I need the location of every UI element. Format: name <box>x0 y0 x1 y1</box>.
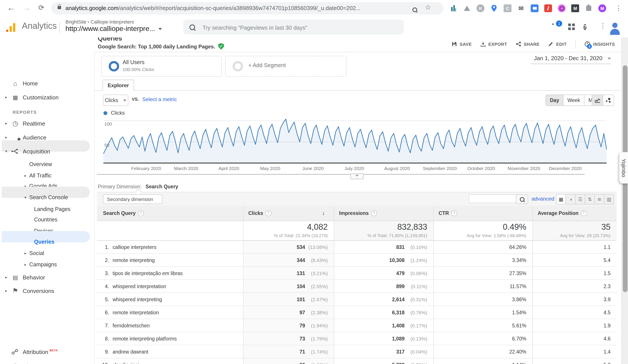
help-circle-icon[interactable]: ? <box>371 210 377 216</box>
column-header-ctr[interactable]: CTR? <box>439 206 457 221</box>
help-circle-icon[interactable]: ? <box>581 210 587 216</box>
export-button[interactable]: EXPORT <box>480 41 507 47</box>
m-dark-icon[interactable]: M <box>571 4 579 12</box>
property-selector[interactable]: http://www.calliope-interpre... <box>66 25 162 33</box>
column-header-average-position[interactable]: Average Position? <box>538 206 587 221</box>
collapse-arrow-icon[interactable]: ▾ <box>5 149 10 153</box>
expand-arrow-icon[interactable]: ▸ <box>5 289 10 293</box>
select-metric-link[interactable]: Select a metric <box>142 96 177 102</box>
sidebar-item-home[interactable]: ⌂ Home <box>0 78 94 88</box>
expand-arrow-icon[interactable]: ▸ <box>5 95 10 99</box>
expand-arrow-icon[interactable]: ▸ <box>5 275 10 279</box>
sidebar-item-acquisition[interactable]: ▾ Acquisition <box>0 146 94 157</box>
add-segment-button[interactable]: + Add Segment <box>225 56 346 77</box>
column-header-impressions[interactable]: Impressions? <box>339 206 377 221</box>
help-circle-icon[interactable]: ? <box>451 210 457 216</box>
puzzle-icon[interactable] <box>585 4 593 12</box>
sidebar-item-behavior[interactable]: ▸ ▤ Behavior <box>0 272 94 283</box>
help-circle-icon[interactable]: ? <box>138 210 144 216</box>
table-row[interactable]: 3. tipos de interpretação em libras 131 … <box>97 267 617 280</box>
table-row[interactable]: 1. calliope interpreters 534 (13.08%) 83… <box>97 241 617 254</box>
sidebar-item-overview[interactable]: Overview <box>0 159 94 170</box>
maps-pin-icon[interactable] <box>490 4 498 12</box>
chart-collapse-button[interactable] <box>350 174 364 179</box>
column-header-clicks[interactable]: Clicks? <box>248 206 271 221</box>
address-bar[interactable]: analytics.google.com/analytics/web/#/rep… <box>51 2 443 14</box>
yojimbo-drawer-tab[interactable]: Yojimbo <box>619 152 628 183</box>
save-button[interactable]: SAVE <box>452 41 471 47</box>
lighthouse-red-icon[interactable] <box>544 4 552 12</box>
view-comparison-icon[interactable]: ⇅ <box>585 194 594 204</box>
mail-icon[interactable]: ✉ <box>517 4 525 12</box>
granularity-week-button[interactable]: Week <box>563 95 584 106</box>
table-row[interactable]: 7. ferndolmetschen 79 (1.94%) 1,408 (0.1… <box>97 319 617 332</box>
view-table-icon[interactable]: ▦ <box>556 194 566 204</box>
drive-triangle-icon[interactable] <box>463 4 471 12</box>
tab-explorer[interactable]: Explorer <box>103 80 134 91</box>
clicks-line-chart[interactable]: 50100February 2020March 2020April 2020Ma… <box>97 116 617 176</box>
table-row[interactable]: 9. andrew dawrant 71 (1.74%) 317 (0.04%)… <box>97 345 617 358</box>
browser-menu-icon[interactable]: ⋮ <box>615 3 622 13</box>
view-term-cloud-icon[interactable]: ≋ <box>594 194 604 204</box>
sidebar-item-campaigns[interactable]: ▸ Campaigns <box>0 259 94 270</box>
metric-select[interactable]: Clicks <box>103 95 128 106</box>
sidebar-item-queries[interactable]: Queries <box>0 237 94 247</box>
expand-arrow-icon[interactable]: ▸ <box>5 121 10 125</box>
power-pink-icon[interactable] <box>558 4 566 12</box>
sort-descending-icon[interactable]: ↓ <box>322 206 325 221</box>
breadcrumb[interactable]: BrightSite › Calliope-Interpreters <box>66 19 134 24</box>
refresh-icon[interactable]: ⟳ <box>38 3 44 13</box>
line-chart-icon[interactable] <box>592 95 603 106</box>
table-row[interactable]: 10. claudia ricci 66 (1.62%) 5,798 (0.70… <box>97 358 617 364</box>
table-search-input[interactable] <box>469 194 518 203</box>
table-row[interactable]: 4. whispered interpretation 104 (2.55%) … <box>97 280 617 293</box>
segment-all-users[interactable]: All Users 100.00% Clicks <box>101 56 222 77</box>
back-icon[interactable]: ← <box>7 3 15 13</box>
breadcrumb-property[interactable]: Calliope-Interpreters <box>90 19 134 24</box>
table-row[interactable]: 5. whispered interpreting 101 (2.47%) 2,… <box>97 293 617 306</box>
column-header-search-query[interactable]: Search Query? <box>103 206 144 221</box>
primary-dimension-value[interactable]: Search Query <box>146 184 178 189</box>
date-range-selector[interactable]: Jan 1, 2020 - Dec 31, 2020 <box>531 55 611 64</box>
global-search[interactable] <box>183 20 404 34</box>
sidebar-item-realtime[interactable]: ▸ ◷ Realtime <box>0 118 94 129</box>
zoom-out-icon[interactable] <box>412 6 417 14</box>
vertical-scrollbar[interactable] <box>622 38 628 364</box>
more-options-icon[interactable]: ⋮ <box>600 22 606 30</box>
sidebar-item-conversions[interactable]: ▸ ⚑ Conversions <box>0 286 94 296</box>
k-circle-icon[interactable]: K <box>476 4 484 12</box>
expand-arrow-icon[interactable]: ▸ <box>24 174 26 178</box>
sidebar-item-search-console[interactable]: ▾ Search Console <box>0 192 94 203</box>
view-performance-icon[interactable]: ☰ <box>575 194 585 204</box>
collapse-arrow-icon[interactable]: ▾ <box>24 195 26 200</box>
secondary-dimension-button[interactable]: Secondary dimension <box>103 194 162 204</box>
table-row[interactable]: 6. remote interpretation 97 (2.38%) 6,31… <box>97 306 617 319</box>
edit-button[interactable]: EDIT <box>548 41 567 47</box>
table-row[interactable]: 8. remote interpreting platforms 73 (1.7… <box>97 332 617 345</box>
table-row[interactable]: 2. remote interpreting 344 (8.43%) 10,30… <box>97 254 617 267</box>
share-button[interactable]: SHARE <box>516 41 540 47</box>
card-blue-icon[interactable] <box>531 4 539 12</box>
expand-arrow-icon[interactable]: ▸ <box>24 251 26 255</box>
url-text[interactable]: analytics.google.com/analytics/web/#/rep… <box>66 2 361 14</box>
forward-icon[interactable]: → <box>23 3 31 13</box>
analytics-bars-icon[interactable] <box>450 4 457 12</box>
help-icon[interactable]: ? <box>583 23 587 31</box>
c-square-icon[interactable]: C <box>504 4 511 12</box>
view-percentage-icon[interactable]: ◑ <box>566 194 575 204</box>
search-input[interactable] <box>202 20 395 35</box>
breadcrumb-org[interactable]: BrightSite <box>66 19 86 24</box>
sidebar-item-customization[interactable]: ▸ ▦ Customization <box>0 92 94 102</box>
advanced-search-link[interactable]: advanced <box>532 196 554 202</box>
sidebar-item-discover[interactable]: ◎ Discover <box>0 361 94 364</box>
analytics-logo-icon[interactable] <box>6 22 17 32</box>
profile-m-icon[interactable]: M <box>598 4 606 12</box>
table-search-button[interactable] <box>516 194 528 204</box>
granularity-day-button[interactable]: Day <box>546 95 563 106</box>
view-pivot-icon[interactable]: ▥ <box>604 194 614 204</box>
insights-button[interactable]: 2 INSIGHTS <box>585 41 615 47</box>
expand-arrow-icon[interactable]: ▸ <box>24 262 26 267</box>
expand-arrow-icon[interactable]: ▸ <box>5 135 10 139</box>
sidebar-item-all-traffic[interactable]: ▸ All Traffic <box>0 171 94 181</box>
apps-grid-icon[interactable] <box>568 24 575 30</box>
